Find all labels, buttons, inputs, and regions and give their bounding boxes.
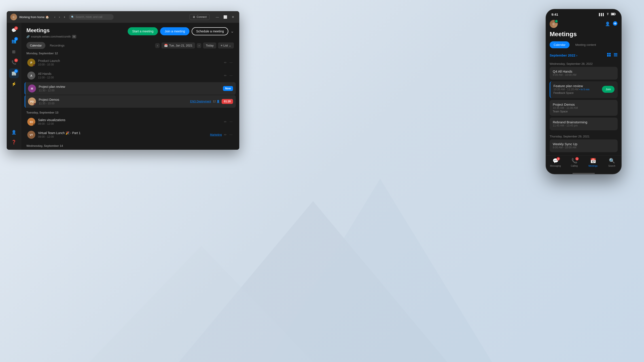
avatar: M bbox=[28, 84, 36, 92]
svg-rect-26 bbox=[614, 56, 618, 56]
sidebar-item-apps[interactable]: ⊞ bbox=[9, 47, 19, 57]
list-item[interactable]: Q4 All Hands 9:00 AM - 10:00 AM bbox=[550, 67, 618, 79]
meeting-name: Product Launch bbox=[38, 59, 221, 62]
sidebar-item-features[interactable]: ⚡ bbox=[9, 79, 19, 89]
month-display[interactable]: September 2022 › bbox=[550, 53, 577, 57]
join-button-mobile[interactable]: Join bbox=[602, 86, 614, 93]
schedule-meeting-button[interactable]: Schedule a meeting bbox=[192, 27, 228, 35]
svg-marker-29 bbox=[90, 246, 313, 362]
mobile-day-header-sep29: Thursday, September 29, 2021 bbox=[550, 132, 618, 139]
more-icon[interactable]: ⋯ bbox=[229, 60, 233, 65]
sidebar-item-profile[interactable]: 👤 bbox=[9, 127, 19, 137]
sidebar-item-contacts[interactable]: 👥 1 bbox=[9, 36, 19, 46]
meeting-time: 11:00 - 12:00 bbox=[38, 76, 221, 79]
main-content: Meetings 🔗 example.webex.com/meet/csmith… bbox=[21, 23, 239, 150]
sidebar-item-meetings[interactable]: 🏢 1 bbox=[9, 68, 19, 78]
add-button[interactable] bbox=[613, 21, 618, 27]
meeting-time: 08:00 - 12:00 bbox=[38, 135, 207, 138]
edit-icon[interactable]: ✏ bbox=[224, 120, 227, 124]
grid-view-icon[interactable] bbox=[607, 53, 611, 58]
mobile-tab-calendar[interactable]: Calendar bbox=[550, 41, 570, 48]
mobile-meeting-name: Project Demos bbox=[553, 103, 614, 106]
today-button[interactable]: Today bbox=[203, 42, 216, 48]
status-indicator bbox=[34, 103, 36, 105]
list-item[interactable]: U Usability Metrics 09:00 - 10:00 ✏ ⋯ bbox=[24, 149, 236, 150]
connect-button[interactable]: 🖥 Connect bbox=[190, 14, 210, 20]
more-icon[interactable]: ⋯ bbox=[229, 120, 233, 124]
svg-rect-23 bbox=[609, 55, 611, 56]
more-options-button[interactable]: ⌄ bbox=[230, 29, 234, 34]
copy-url-button[interactable]: ⧉ bbox=[72, 35, 76, 38]
more-icon[interactable]: ⋯ bbox=[229, 132, 233, 137]
meetings-url: 🔗 example.webex.com/meet/csmith ⧉ bbox=[26, 35, 76, 38]
svg-rect-21 bbox=[609, 53, 611, 54]
view-toggle-icons bbox=[607, 53, 618, 58]
person-icon: 👤 bbox=[12, 130, 16, 135]
list-view-button[interactable]: ≡ List ⌄ bbox=[218, 42, 234, 48]
meeting-name: Virtual Team Lunch 🎉 - Part 1 bbox=[38, 131, 207, 135]
meeting-list[interactable]: Monday, September 12 P Product Launch 10… bbox=[21, 49, 239, 150]
home-indicator bbox=[572, 173, 595, 174]
mobile-meeting-time: 10:20 AM - 11:20 AM • In 5 min bbox=[554, 88, 590, 91]
sidebar-item-help[interactable]: ❓ bbox=[9, 137, 19, 147]
meetings-title: Meetings bbox=[26, 27, 76, 33]
list-item[interactable]: PD Project Demos 11:35 - 15:00 ENG Deplo… bbox=[24, 95, 236, 108]
edit-icon[interactable]: ✏ bbox=[224, 132, 227, 137]
mobile-nav-item-search[interactable]: 🔍 Search bbox=[605, 158, 618, 167]
status-icons: ▌▌▌ bbox=[599, 13, 616, 16]
date-next-button[interactable]: › bbox=[197, 43, 201, 48]
meeting-tag[interactable]: ENG Deployment bbox=[190, 100, 211, 103]
mobile-meeting-list[interactable]: Wednesday, September 28, 2022 Q4 All Han… bbox=[546, 59, 621, 156]
meeting-actions: Now bbox=[223, 86, 233, 91]
url-text: example.webex.com/meet/csmith bbox=[31, 35, 71, 38]
sidebar-item-calling[interactable]: 📞 1 bbox=[9, 58, 19, 67]
svg-text:PD: PD bbox=[30, 100, 34, 103]
mobile-meeting-details: Feature plan review 10:20 AM - 11:20 AM … bbox=[554, 84, 590, 94]
list-item[interactable]: Weekly Sync Up 9:00 AM - 10:00 AM bbox=[550, 139, 618, 152]
more-icon[interactable]: ⋯ bbox=[229, 73, 233, 78]
svg-text:P: P bbox=[30, 61, 32, 64]
mobile-tab-meeting-content[interactable]: Meeting content bbox=[571, 41, 600, 48]
day-header-tue-sep13: Tuesday, September 13 bbox=[24, 108, 236, 115]
meeting-time: 10:00 - 10:30 bbox=[38, 63, 221, 66]
nav-forward-button[interactable]: › bbox=[58, 14, 61, 20]
list-item[interactable]: P Product Launch 10:00 - 10:30 ✏ ⋯ bbox=[24, 56, 236, 69]
list-item[interactable]: VT Virtual Team Lunch 🎉 - Part 1 08:00 -… bbox=[24, 128, 236, 141]
start-meeting-button[interactable]: Start a meeting bbox=[128, 27, 158, 35]
list-item[interactable]: Project Demos 10:35 AM - 11:00 AM Team S… bbox=[550, 100, 618, 116]
minimize-button[interactable]: — bbox=[214, 15, 220, 19]
mobile-meeting-name: Feature plan review bbox=[554, 84, 590, 88]
meeting-name: Sales visualizations bbox=[38, 118, 221, 122]
list-item[interactable]: Feature plan review 10:20 AM - 11:20 AM … bbox=[550, 81, 618, 98]
maximize-button[interactable]: ⬜ bbox=[222, 15, 228, 19]
search-input[interactable] bbox=[69, 14, 114, 20]
meeting-info: Project Demos 11:35 - 15:00 bbox=[39, 98, 188, 105]
meeting-tag[interactable]: Marketing bbox=[210, 133, 222, 136]
mobile-nav-item-meetings[interactable]: 📅 Meetings bbox=[586, 158, 600, 167]
svg-text:M: M bbox=[31, 87, 33, 90]
mobile-nav-item-calling[interactable]: 1 📞 Calling bbox=[568, 158, 581, 167]
list-view-icon[interactable] bbox=[614, 53, 618, 58]
nav-add-button[interactable]: + bbox=[62, 14, 67, 20]
meetings-badge: 1 bbox=[14, 69, 18, 73]
meetings-title-section: Meetings 🔗 example.webex.com/meet/csmith… bbox=[26, 27, 76, 38]
list-item[interactable]: Rebrand Brainstorming 11:45 AM - 13:45 p… bbox=[550, 117, 618, 130]
list-item[interactable]: A All Hands 11:00 - 12:00 ✏ ⋯ bbox=[24, 69, 236, 82]
meeting-info: Sales visualizations 08:00 - 12:00 bbox=[38, 118, 221, 125]
avatar-svg: A bbox=[27, 71, 35, 79]
join-meeting-button[interactable]: Join a meeting bbox=[160, 27, 190, 35]
edit-icon[interactable]: ✏ bbox=[224, 60, 227, 65]
sidebar-item-messaging[interactable]: 💬 4 bbox=[9, 25, 19, 35]
edit-icon[interactable]: ✏ bbox=[224, 73, 227, 78]
tab-recordings[interactable]: Recordings bbox=[46, 42, 68, 49]
close-button[interactable]: ✕ bbox=[230, 15, 236, 19]
date-prev-button[interactable]: ‹ bbox=[155, 43, 160, 48]
list-item[interactable]: M Project plan review 11:30 - 12:00 Now bbox=[24, 82, 236, 95]
list-item[interactable]: SV Sales visualizations 08:00 - 12:00 ✏ … bbox=[24, 115, 236, 128]
tab-calendar[interactable]: Calendar bbox=[26, 42, 46, 49]
nav-back-button[interactable]: ‹ bbox=[53, 14, 57, 20]
mobile-meeting-time: 9:00 AM - 10:00 AM bbox=[553, 73, 614, 76]
mobile-nav-item-messaging[interactable]: 3 💬 Messaging bbox=[549, 158, 562, 167]
mobile-meeting-location: Feedback Space bbox=[554, 91, 590, 94]
profile-icon-button[interactable]: 👤 bbox=[605, 21, 610, 27]
